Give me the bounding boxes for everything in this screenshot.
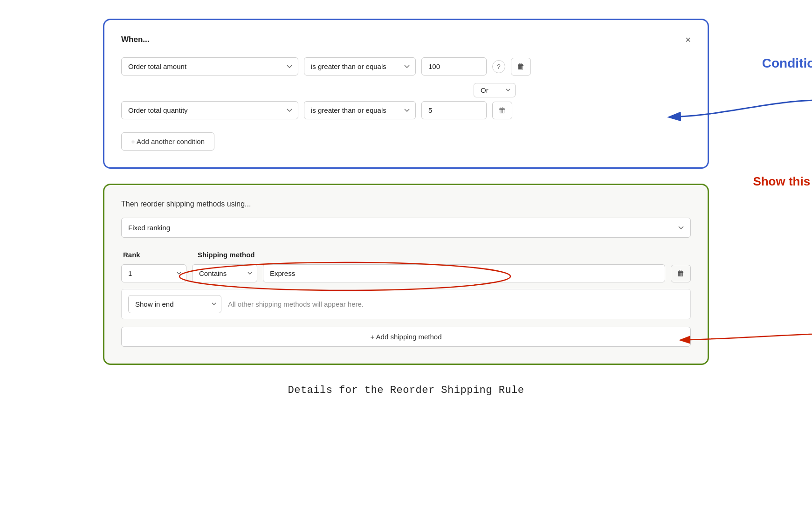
shipping-col-label: Shipping method — [198, 251, 255, 259]
delete-button-2[interactable]: 🗑 — [492, 102, 512, 119]
rank-select-1[interactable]: 1 — [121, 264, 186, 282]
rank-row-1: 1 Contains 🗑 — [121, 264, 691, 282]
conditions-annotation: Conditions — [762, 56, 812, 71]
help-icon-1[interactable]: ? — [492, 60, 505, 73]
rank-table-header: Rank Shipping method — [121, 251, 691, 259]
delete-shipping-button-1[interactable]: 🗑 — [671, 265, 691, 282]
add-condition-button[interactable]: + Add another condition — [121, 132, 214, 151]
delete-button-1[interactable]: 🗑 — [511, 58, 531, 76]
operator-select-1[interactable]: is greater than or equals — [304, 57, 416, 76]
rank-row-wrapper: 1 Contains 🗑 — [121, 264, 691, 282]
field-select-2[interactable]: Order total quantity — [121, 101, 298, 119]
trash-icon-shipping-1: 🗑 — [677, 269, 685, 278]
or-connector-row: Or — [121, 83, 691, 97]
trash-icon-1: 🗑 — [517, 62, 525, 71]
trash-icon-2: 🗑 — [498, 106, 506, 115]
show-in-end-select[interactable]: Show in end — [128, 295, 221, 313]
value-input-1[interactable] — [421, 57, 487, 76]
conditions-panel-header: When... × — [121, 35, 691, 44]
or-connector-select[interactable]: Or — [474, 83, 516, 97]
reorder-panel-title: Then reorder shipping methods using... — [121, 200, 691, 208]
bottom-caption: Details for the Reorder Shipping Rule — [103, 385, 709, 396]
reorder-panel: Then reorder shipping methods using... F… — [103, 184, 709, 365]
reorder-method-select[interactable]: Fixed ranking — [121, 218, 691, 238]
rank-annotation: Show this at Rank 1 — [753, 174, 812, 189]
add-shipping-button[interactable]: + Add shipping method — [121, 327, 691, 347]
shipping-value-input-1[interactable] — [263, 264, 665, 282]
conditions-panel-title: When... — [121, 35, 149, 44]
rank-col-label: Rank — [123, 251, 198, 259]
conditions-panel: When... × Order total amount is greater … — [103, 19, 709, 169]
value-input-2[interactable] — [421, 101, 487, 119]
condition-row-2: Order total quantity is greater than or … — [121, 101, 691, 119]
contains-select-1[interactable]: Contains — [192, 264, 257, 282]
show-in-end-row: Show in end All other shipping methods w… — [121, 289, 691, 319]
condition-row-1: Order total amount is greater than or eq… — [121, 57, 691, 76]
show-in-end-text: All other shipping methods will appear h… — [228, 300, 364, 308]
operator-select-2[interactable]: is greater than or equals — [304, 101, 416, 119]
field-select-1[interactable]: Order total amount — [121, 57, 298, 76]
close-button[interactable]: × — [685, 35, 691, 44]
